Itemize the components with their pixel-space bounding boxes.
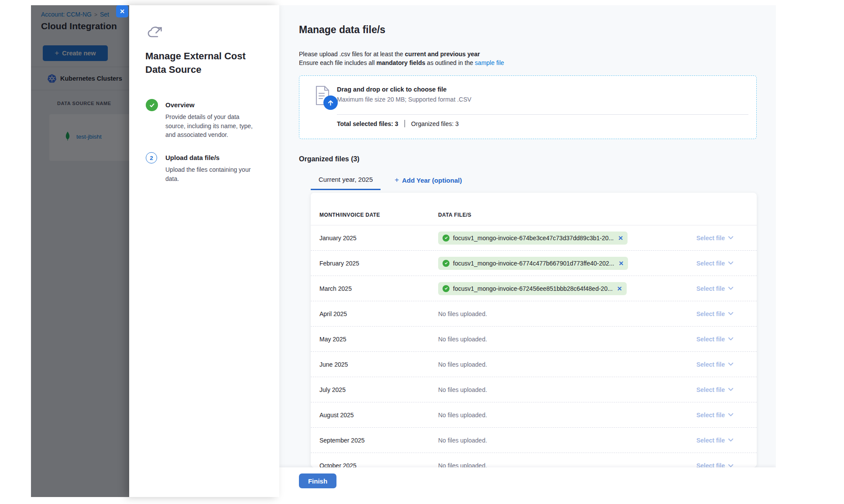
- file-cell: No files uploaded.: [438, 386, 687, 394]
- upload-instructions: Please upload .csv files for at least th…: [299, 50, 504, 67]
- table-row: May 2025 No files uploaded. Select file: [311, 327, 757, 352]
- table-row: August 2025 No files uploaded. Select fi…: [311, 402, 757, 428]
- instruction-line-2: Ensure each file includes all mandatory …: [299, 59, 504, 68]
- step-overview-label: Overview: [165, 101, 195, 109]
- divider: [405, 120, 405, 127]
- table-row: October 2025 No files uploaded. Select f…: [311, 453, 757, 467]
- select-file-label: Select file: [696, 285, 725, 292]
- select-file-label: Select file: [696, 386, 725, 393]
- select-file-dropdown[interactable]: Select file: [696, 260, 734, 267]
- column-header-data-files: DATA FILE/S: [438, 212, 687, 218]
- file-cell: No files uploaded.: [438, 411, 687, 419]
- select-file-dropdown[interactable]: Select file: [696, 310, 734, 317]
- screen: Account: CCM-NG>Set Cloud Integration + …: [0, 0, 844, 504]
- month-cell: July 2025: [311, 386, 438, 393]
- select-file-dropdown[interactable]: Select file: [696, 462, 734, 467]
- step-overview-description: Provide details of your data source, inc…: [165, 112, 259, 140]
- wizard-drawer-nav: Manage External Cost Data Source Overvie…: [129, 5, 279, 497]
- empty-text: No files uploaded.: [438, 437, 487, 444]
- chevron-down-icon: [728, 438, 734, 442]
- file-chip: focusv1_mongo-invoice-674be3ce47c73d37dd…: [438, 232, 628, 245]
- select-file-dropdown[interactable]: Select file: [696, 437, 734, 444]
- organized-files-count: Organized files: 3: [411, 120, 459, 127]
- month-cell: February 2025: [311, 260, 438, 267]
- upload-file-icon: [314, 85, 339, 110]
- select-file-label: Select file: [696, 437, 725, 444]
- months-table-card: MONTH/INVOICE DATE DATA FILE/S January 2…: [311, 193, 757, 467]
- action-cell: Select file: [687, 412, 757, 419]
- check-icon: [443, 260, 449, 267]
- dropzone-subtitle: Maximum file size 20 MB; Supported forma…: [337, 96, 471, 103]
- action-cell: Select file: [687, 285, 757, 292]
- cloud-export-icon: [147, 24, 164, 42]
- month-cell: August 2025: [311, 412, 438, 419]
- select-file-label: Select file: [696, 310, 725, 317]
- month-table-body: January 2025 focusv1_mongo-invoice-674be…: [311, 225, 757, 467]
- chevron-down-icon: [728, 464, 734, 468]
- empty-text: No files uploaded.: [438, 412, 487, 419]
- action-cell: Select file: [687, 386, 757, 393]
- step-complete-check-icon: [146, 99, 158, 111]
- select-file-dropdown[interactable]: Select file: [696, 412, 734, 419]
- action-cell: Select file: [687, 361, 757, 368]
- modal-overlay[interactable]: [31, 5, 129, 497]
- select-file-dropdown[interactable]: Select file: [696, 285, 734, 292]
- file-cell: No files uploaded.: [438, 436, 687, 444]
- empty-text: No files uploaded.: [438, 336, 487, 343]
- empty-text: No files uploaded.: [438, 361, 487, 368]
- action-cell: Select file: [687, 336, 757, 343]
- check-icon: [443, 235, 449, 242]
- background-page: Account: CCM-NG>Set Cloud Integration + …: [31, 5, 129, 497]
- file-dropzone[interactable]: Drag and drop or click to choose file Ma…: [299, 75, 757, 139]
- empty-text: No files uploaded.: [438, 310, 487, 317]
- file-chip: focusv1_mongo-invoice-672456ee851bbb28c6…: [438, 282, 627, 295]
- step-upload[interactable]: 2: [146, 152, 157, 163]
- file-cell: No files uploaded.: [438, 310, 687, 318]
- tab-current-year[interactable]: Current year, 2025: [311, 173, 381, 190]
- select-file-label: Select file: [696, 361, 725, 368]
- plus-icon: +: [395, 176, 399, 184]
- month-cell: January 2025: [311, 235, 438, 242]
- select-file-dropdown[interactable]: Select file: [696, 386, 734, 393]
- dropzone-title: Drag and drop or click to choose file: [337, 86, 446, 93]
- chevron-down-icon: [728, 413, 734, 417]
- file-cell: No files uploaded.: [438, 361, 687, 368]
- table-row: February 2025 focusv1_mongo-invoice-6774…: [311, 251, 757, 276]
- table-row: April 2025 No files uploaded. Select fil…: [311, 301, 757, 327]
- remove-file-icon[interactable]: ✕: [618, 260, 624, 266]
- add-year-button[interactable]: + Add Year (optional): [393, 173, 463, 187]
- empty-text: No files uploaded.: [438, 386, 487, 393]
- table-header-row: MONTH/INVOICE DATE DATA FILE/S: [311, 193, 757, 225]
- sample-file-link[interactable]: sample file: [475, 59, 504, 66]
- remove-file-icon[interactable]: ✕: [617, 286, 622, 292]
- instruction-line-1: Please upload .csv files for at least th…: [299, 50, 504, 59]
- drawer-close-button[interactable]: ✕: [116, 5, 128, 17]
- step-overview[interactable]: [146, 99, 158, 111]
- chevron-down-icon: [728, 337, 734, 341]
- month-cell: March 2025: [311, 285, 438, 292]
- select-file-label: Select file: [696, 336, 725, 343]
- finish-button[interactable]: Finish: [299, 473, 336, 488]
- select-file-dropdown[interactable]: Select file: [696, 235, 734, 242]
- upload-arrow-icon: [323, 95, 338, 110]
- chevron-down-icon: [728, 388, 734, 392]
- total-selected-files: Total selected files: 3: [337, 120, 398, 127]
- footer-bar: Finish: [279, 467, 776, 497]
- drawer-title: Manage External Cost Data Source: [145, 49, 255, 76]
- table-row: March 2025 focusv1_mongo-invoice-672456e…: [311, 276, 757, 301]
- close-icon: ✕: [120, 8, 125, 14]
- select-file-dropdown[interactable]: Select file: [696, 361, 734, 368]
- month-cell: April 2025: [311, 310, 438, 317]
- file-cell: No files uploaded.: [438, 335, 687, 343]
- column-header-month: MONTH/INVOICE DATE: [311, 212, 438, 218]
- step-upload-description: Upload the files containing your data.: [165, 165, 259, 183]
- remove-file-icon[interactable]: ✕: [618, 235, 623, 241]
- month-cell: May 2025: [311, 336, 438, 343]
- select-file-dropdown[interactable]: Select file: [696, 336, 734, 343]
- file-chip: focusv1_mongo-invoice-6774c477b667901d77…: [438, 257, 628, 270]
- select-file-label: Select file: [696, 260, 725, 267]
- chevron-down-icon: [728, 362, 734, 366]
- action-cell: Select file: [687, 260, 757, 267]
- chevron-down-icon: [728, 261, 734, 265]
- main-panel: Manage data file/s Please upload .csv fi…: [279, 5, 776, 497]
